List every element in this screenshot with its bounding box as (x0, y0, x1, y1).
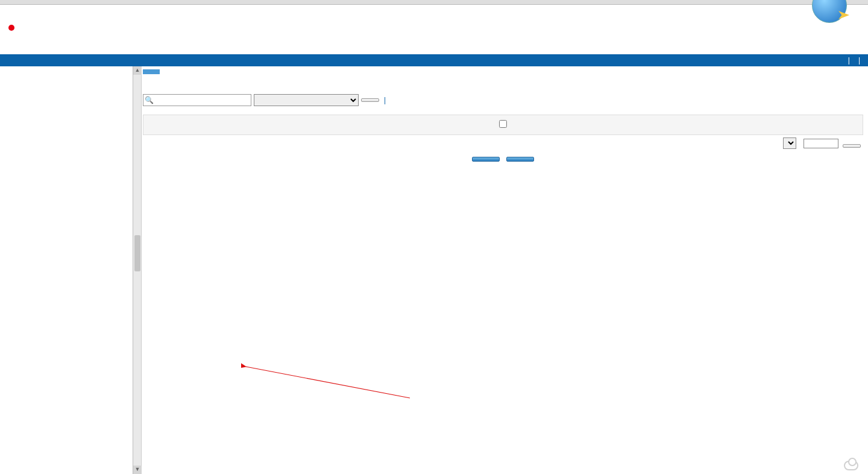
stats-table (143, 115, 863, 135)
scroll-down-icon[interactable]: ▼ (133, 466, 142, 474)
separator: | (382, 96, 388, 104)
clear-all-button[interactable] (506, 157, 534, 162)
query-button[interactable] (361, 98, 379, 102)
pager-goto-button[interactable] (843, 144, 861, 148)
search-input[interactable] (154, 95, 245, 105)
search-box: 🔍 (143, 94, 251, 106)
globe-icon[interactable] (812, 0, 847, 23)
window-top-bar (0, 0, 868, 5)
per-page-select[interactable] (783, 137, 796, 149)
tab-bar (143, 68, 863, 83)
filter-select[interactable] (254, 94, 359, 106)
pager-goto-input[interactable] (804, 139, 838, 148)
breadcrumb-bar: | | (0, 54, 868, 66)
clear-selected-button[interactable] (472, 157, 500, 162)
search-row: 🔍 | (143, 94, 863, 106)
scroll-up-icon[interactable]: ▲ (133, 66, 142, 75)
sidebar-scrollbar[interactable]: ▲ ▼ (133, 66, 141, 474)
header (0, 5, 868, 54)
search-icon: 🔍 (143, 96, 154, 104)
action-buttons (143, 153, 863, 162)
annotation-arrow (241, 362, 416, 404)
pager (143, 137, 863, 149)
sidebar: ▲ ▼ (0, 66, 142, 474)
scroll-thumb[interactable] (134, 235, 140, 271)
watermark-line3 (844, 461, 862, 470)
tab-interface-stats[interactable] (143, 69, 160, 74)
cloud-icon (844, 461, 858, 470)
select-all-checkbox[interactable] (499, 120, 507, 128)
watermark (844, 461, 862, 470)
content-area: 🔍 | (142, 66, 868, 474)
select-all-header[interactable] (143, 115, 863, 135)
svg-line-1 (246, 367, 410, 398)
